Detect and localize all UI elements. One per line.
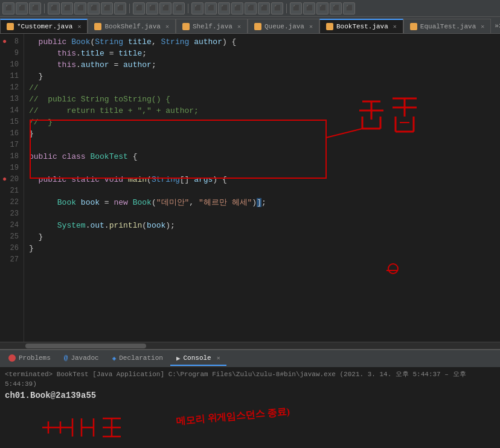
console-terminated-line: <terminated> BookTest [Java Application]…: [5, 370, 495, 389]
line-11: 11: [0, 71, 24, 82]
code-line-11: }: [29, 71, 495, 82]
code-line-19: [29, 162, 495, 174]
toolbar-btn-1[interactable]: ⬛: [2, 2, 14, 14]
toolbar-btn-18[interactable]: ⬛: [245, 2, 257, 14]
toolbar-sep-2: [129, 4, 130, 13]
code-line-14: // return title + "," + author;: [29, 105, 495, 117]
line-17: 17: [0, 139, 24, 151]
toolbar-btn-10[interactable]: ⬛: [133, 2, 145, 14]
line-18: 18: [0, 151, 24, 162]
tab-close-icon[interactable]: ✕: [481, 23, 484, 30]
tab-queue-java[interactable]: Queue.java ✕: [248, 19, 319, 33]
annotation-class-name: [42, 418, 121, 437]
panel-tab-javadoc[interactable]: @ Javadoc: [58, 351, 105, 366]
tab-equaltest-java[interactable]: EqualTest.java ✕: [403, 19, 491, 33]
toolbar-btn-21[interactable]: ⬛: [290, 2, 302, 14]
java-file-icon: [254, 23, 261, 30]
toolbar-btn-5[interactable]: ⬛: [61, 2, 73, 14]
tab-close-icon[interactable]: ✕: [309, 23, 313, 30]
tab-booktest-java[interactable]: BookTest.java ✕: [319, 19, 403, 33]
tab-customer-java[interactable]: *Customer.java ✕: [0, 19, 88, 33]
tab-label: BookShelf.java: [104, 23, 160, 30]
problems-icon: [8, 354, 16, 362]
code-line-22: Book book = new Book("데미안", "헤르만 헤세")];: [29, 197, 495, 208]
tab-close-icon[interactable]: ✕: [77, 23, 81, 30]
panel-tab-console[interactable]: ▶ Console ✕: [170, 351, 226, 366]
line-12: 12: [0, 82, 24, 94]
toolbar-btn-20[interactable]: ⬛: [271, 2, 283, 14]
toolbar-sep-1: [44, 4, 45, 13]
toolbar-btn-6[interactable]: ⬛: [74, 2, 86, 14]
line-22: 22: [0, 197, 24, 208]
problems-label: Problems: [19, 354, 51, 362]
line-20: 20: [0, 174, 24, 185]
line-23: 23: [0, 208, 24, 220]
toolbar-sep-3: [188, 4, 188, 13]
scrollbar-thumb[interactable]: [25, 344, 146, 348]
bottom-panel: Problems @ Javadoc ◈ Declaration ▶ Conso…: [0, 349, 500, 405]
toolbar-btn-11[interactable]: ⬛: [146, 2, 158, 14]
tab-label: BookTest.java: [336, 23, 388, 30]
toolbar-btn-17[interactable]: ⬛: [231, 2, 243, 14]
line-numbers: 8 9 10 11 12 13 14 15 16 17 18 19 20 21 …: [0, 34, 24, 342]
tab-close-icon[interactable]: ✕: [165, 23, 169, 30]
line-21: 21: [0, 185, 24, 197]
toolbar-btn-19[interactable]: ⬛: [258, 2, 270, 14]
code-line-25: }: [29, 231, 495, 243]
console-output: ch01.Book@2a139a55: [5, 389, 495, 402]
toolbar-btn-15[interactable]: ⬛: [205, 2, 217, 14]
code-editor[interactable]: public Book(String title, String author)…: [24, 34, 500, 342]
code-line-20: public static void main(String[] args) {: [29, 174, 495, 185]
console-label: Console: [184, 354, 211, 362]
toolbar-btn-8[interactable]: ⬛: [101, 2, 113, 14]
tab-label: Shelf.java: [193, 23, 232, 30]
toolbar-btn-7[interactable]: ⬛: [88, 2, 100, 14]
code-line-17: [29, 139, 495, 151]
horizontal-scrollbar[interactable]: [0, 342, 500, 349]
code-line-8: public Book(String title, String author)…: [29, 36, 495, 48]
line-9: 9: [0, 48, 24, 59]
toolbar-btn-9[interactable]: ⬛: [114, 2, 126, 14]
line-25: 25: [0, 231, 24, 243]
tab-bar: *Customer.java ✕ BookShelf.java ✕ Shelf.…: [0, 17, 500, 34]
toolbar-btn-12[interactable]: ⬛: [159, 2, 171, 14]
toolbar-btn-23[interactable]: ⬛: [316, 2, 329, 14]
toolbar-btn-3[interactable]: ⬛: [29, 2, 41, 14]
panel-tab-bar: Problems @ Javadoc ◈ Declaration ▶ Conso…: [0, 350, 500, 367]
line-15: 15: [0, 117, 24, 128]
toolbar-btn-2[interactable]: ⬛: [16, 2, 28, 14]
line-14: 14: [0, 105, 24, 117]
line-19: 19: [0, 162, 24, 174]
tab-label: Queue.java: [264, 23, 304, 30]
tab-bookshelf-java[interactable]: BookShelf.java ✕: [88, 19, 175, 33]
panel-tab-declaration[interactable]: ◈ Declaration: [106, 351, 169, 366]
toolbar-btn-4[interactable]: ⬛: [48, 2, 60, 14]
console-content: <terminated> BookTest [Java Application]…: [0, 367, 500, 405]
toolbar-btn-14[interactable]: ⬛: [191, 2, 204, 14]
javadoc-icon: @: [64, 354, 68, 362]
toolbar-btn-25[interactable]: ⬛: [343, 2, 355, 14]
tab-close-icon[interactable]: ✕: [237, 23, 241, 30]
svg-text:메모리 위게임스던스 종료): 메모리 위게임스던스 종료): [176, 406, 290, 426]
tab-shelf-java[interactable]: Shelf.java ✕: [176, 19, 248, 33]
toolbar-btn-22[interactable]: ⬛: [303, 2, 315, 14]
console-close-icon[interactable]: ✕: [217, 354, 220, 362]
code-line-10: this.author = author;: [29, 59, 495, 71]
toolbar-btn-16[interactable]: ⬛: [218, 2, 230, 14]
tab-label: EqualTest.java: [420, 23, 476, 30]
toolbar-btn-13[interactable]: ⬛: [173, 2, 185, 14]
terminated-text: <terminated> BookTest [Java Application]…: [5, 371, 466, 388]
code-line-15: // }: [29, 117, 495, 128]
panel-tab-problems[interactable]: Problems: [2, 351, 57, 366]
tab-overflow[interactable]: »38: [491, 19, 500, 33]
tab-close-icon[interactable]: ✕: [393, 23, 397, 30]
annotation-memory: 메모리 위게임스던스 종료): [176, 406, 290, 426]
code-line-9: this.title = title;: [29, 48, 495, 59]
java-file-icon: [410, 23, 417, 30]
code-line-27: [29, 254, 495, 266]
toolbar-btn-24[interactable]: ⬛: [330, 2, 342, 14]
code-line-23: [29, 208, 495, 220]
code-line-21: [29, 185, 495, 197]
console-icon: ▶: [176, 354, 181, 362]
line-26: 26: [0, 243, 24, 254]
